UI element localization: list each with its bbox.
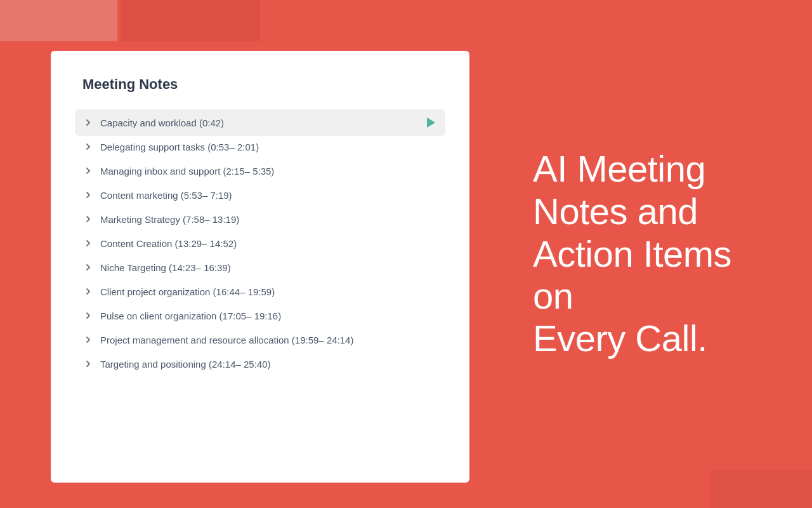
notes-item[interactable]: Marketing Strategy (7:58– 13:19) xyxy=(82,207,438,231)
notes-item-text: Client project organization (16:44– 19:5… xyxy=(100,286,438,297)
chevron-right-icon xyxy=(82,334,94,345)
chevron-right-icon xyxy=(82,262,94,273)
meeting-notes-title: Meeting Notes xyxy=(82,76,438,93)
notes-item-text: Managing inbox and support (2:15– 5:35) xyxy=(100,166,438,177)
hero-line-1: AI Meeting xyxy=(533,148,705,189)
chevron-right-icon xyxy=(82,189,94,201)
notes-item[interactable]: Delegating support tasks (0:53– 2:01) xyxy=(82,135,438,159)
play-icon[interactable] xyxy=(424,116,438,130)
notes-item-text: Pulse on client organization (17:05– 19:… xyxy=(100,311,438,321)
notes-item-text: Project management and resource allocati… xyxy=(100,335,438,345)
notes-item-text: Targeting and positioning (24:14– 25:40) xyxy=(100,359,438,370)
notes-item[interactable]: Pulse on client organization (17:05– 19:… xyxy=(82,304,438,328)
notes-item[interactable]: Content marketing (5:53– 7:19) xyxy=(82,183,438,207)
chevron-right-icon xyxy=(82,237,94,249)
chevron-right-icon xyxy=(82,165,94,177)
notes-list: Capacity and workload (0:42) Delegating … xyxy=(82,109,438,376)
notes-item-text: Marketing Strategy (7:58– 13:19) xyxy=(100,214,438,225)
notes-item[interactable]: Client project organization (16:44– 19:5… xyxy=(82,279,438,304)
notes-item-text: Content Creation (13:29– 14:52) xyxy=(100,238,438,249)
chevron-right-icon xyxy=(82,141,94,152)
chevron-right-icon xyxy=(82,213,94,225)
chevron-right-icon xyxy=(82,117,94,128)
meeting-notes-panel: Meeting Notes Capacity and workload (0:4… xyxy=(51,51,469,483)
notes-item-text: Niche Targeting (14:23– 16:39) xyxy=(100,262,438,273)
notes-item[interactable]: Targeting and positioning (24:14– 25:40) xyxy=(82,352,438,376)
hero-text: AI Meeting Notes and Action Items on Eve… xyxy=(533,148,768,359)
notes-item[interactable]: Content Creation (13:29– 14:52) xyxy=(82,231,438,255)
notes-item[interactable]: Managing inbox and support (2:15– 5:35) xyxy=(82,159,438,183)
chevron-right-icon xyxy=(82,310,94,321)
notes-item[interactable]: Capacity and workload (0:42) xyxy=(75,109,445,136)
right-panel: AI Meeting Notes and Action Items on Eve… xyxy=(488,0,812,508)
notes-item-text: Delegating support tasks (0:53– 2:01) xyxy=(100,142,438,152)
hero-line-4: Every Call. xyxy=(533,318,707,359)
notes-item-text: Content marketing (5:53– 7:19) xyxy=(100,190,438,201)
chevron-right-icon xyxy=(82,286,94,297)
notes-item-text: Capacity and workload (0:42) xyxy=(100,117,419,128)
chevron-right-icon xyxy=(82,358,94,370)
hero-line-3: Action Items on xyxy=(533,233,731,317)
decorative-rect-1 xyxy=(121,0,260,41)
notes-item[interactable]: Project management and resource allocati… xyxy=(82,328,438,352)
play-triangle xyxy=(427,117,435,128)
notes-item[interactable]: Niche Targeting (14:23– 16:39) xyxy=(82,255,438,279)
decorative-rect-2 xyxy=(0,0,117,41)
hero-line-2: Notes and xyxy=(533,190,698,232)
